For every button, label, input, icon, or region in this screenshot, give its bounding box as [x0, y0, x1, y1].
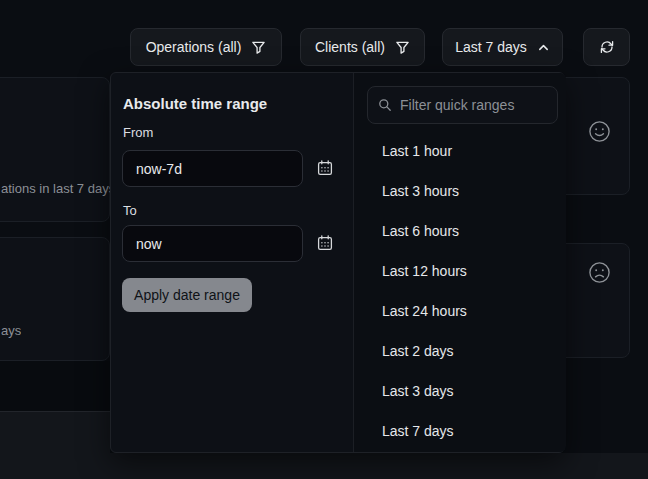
quick-range-option[interactable]: Last 24 hours	[354, 291, 566, 331]
calendar-icon[interactable]	[317, 159, 335, 177]
absolute-range-title: Absolute time range	[123, 95, 267, 112]
refresh-button[interactable]	[583, 28, 630, 66]
background-section	[0, 361, 110, 411]
quick-range-option[interactable]: Last 6 hours	[354, 211, 566, 251]
quick-range-option[interactable]: Last 7 days	[354, 411, 566, 451]
from-label: From	[123, 125, 153, 140]
time-picker-dropdown: Absolute time range From To	[110, 72, 565, 453]
refresh-icon	[599, 39, 615, 55]
chevron-up-icon	[537, 41, 550, 54]
quick-range-filter-input[interactable]	[400, 97, 547, 113]
calendar-icon[interactable]	[317, 234, 335, 252]
stat-card-subtitle: ays	[1, 323, 21, 338]
to-input[interactable]	[122, 225, 303, 262]
quick-range-option[interactable]: Last 1 hour	[354, 131, 566, 171]
quick-range-option[interactable]: Last 3 hours	[354, 171, 566, 211]
operations-filter-button[interactable]: Operations (all)	[130, 28, 282, 66]
quick-range-list: Last 1 hourLast 3 hoursLast 6 hoursLast …	[354, 131, 566, 451]
stat-card-subtitle: ations in last 7 days	[1, 181, 115, 196]
quick-range-option[interactable]: Last 2 days	[354, 331, 566, 371]
clients-filter-label: Clients (all)	[315, 39, 385, 55]
absolute-time-range-section: Absolute time range From To	[111, 73, 353, 452]
apply-date-range-button[interactable]: Apply date range	[122, 278, 252, 312]
clients-filter-button[interactable]: Clients (all)	[300, 28, 425, 66]
operations-filter-label: Operations (all)	[146, 39, 242, 55]
happy-face-icon	[587, 119, 612, 144]
stat-card: ays	[0, 237, 110, 361]
search-icon	[378, 98, 392, 112]
time-range-label: Last 7 days	[455, 39, 527, 55]
background-footer	[0, 453, 648, 479]
time-range-button[interactable]: Last 7 days	[442, 28, 563, 66]
quick-ranges-section: Last 1 hourLast 3 hoursLast 6 hoursLast …	[353, 73, 566, 452]
stat-card: ations in last 7 days	[0, 77, 110, 222]
funnel-icon	[251, 40, 266, 55]
quick-range-option[interactable]: Last 12 hours	[354, 251, 566, 291]
quick-range-option[interactable]: Last 3 days	[354, 371, 566, 411]
from-input[interactable]	[122, 150, 303, 187]
funnel-icon	[395, 40, 410, 55]
to-label: To	[123, 203, 137, 218]
quick-range-search[interactable]	[367, 86, 558, 124]
sad-face-icon	[587, 260, 612, 285]
